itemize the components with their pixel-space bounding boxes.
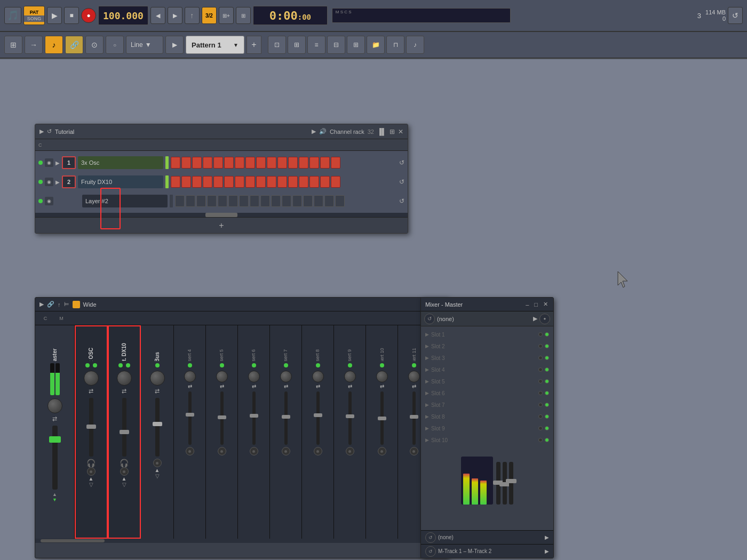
track2-circle-btn[interactable] xyxy=(120,467,129,476)
tempo-arrow-right[interactable]: ▶ xyxy=(168,7,182,24)
piano-icon[interactable]: ♪ xyxy=(406,36,424,54)
bus-down-btn[interactable]: ▽ xyxy=(155,473,160,479)
cr-pad[interactable] xyxy=(309,157,319,169)
cr-pad[interactable] xyxy=(181,176,191,188)
mixer-icon-btn[interactable]: ⊟ xyxy=(327,36,345,54)
cr-num-2[interactable]: 2 xyxy=(62,175,76,188)
insert5-knob[interactable] xyxy=(216,371,228,382)
bus-pan-arrows[interactable]: ⇄ xyxy=(155,388,160,395)
cr-pad[interactable] xyxy=(224,176,234,188)
master-arrow-down[interactable]: ▼ xyxy=(52,497,57,502)
insert4-circle-btn[interactable] xyxy=(186,447,194,455)
record-button[interactable]: ● xyxy=(81,8,96,23)
track1-up-btn[interactable]: ▲ xyxy=(89,476,94,482)
cr-pad[interactable] xyxy=(260,195,270,207)
cr-grid-icon[interactable]: ⊞ xyxy=(390,128,395,135)
insert9-circle-btn[interactable] xyxy=(346,447,354,455)
track2-up-btn[interactable]: ▲ xyxy=(122,476,127,482)
mm-bottom-track-arrow[interactable]: ▶ xyxy=(545,548,549,554)
cr-pad[interactable] xyxy=(245,176,255,188)
cr-pad[interactable] xyxy=(218,195,227,207)
stop-button[interactable]: ■ xyxy=(64,7,79,24)
cr-pad[interactable] xyxy=(331,157,340,169)
cr-pad[interactable] xyxy=(292,195,302,207)
bus-circle-btn[interactable] xyxy=(153,459,162,467)
cr-mute-3[interactable]: ◉ xyxy=(45,197,53,205)
mm-preset-arrow[interactable]: ▶ xyxy=(533,315,537,322)
mm-fader-2[interactable] xyxy=(503,462,507,505)
mm-bottom-track-circle[interactable]: ↺ xyxy=(425,546,436,557)
cr-pad[interactable] xyxy=(213,157,223,169)
mixer-menu-arrow[interactable]: ▶ xyxy=(39,301,44,308)
cr-pad[interactable] xyxy=(235,176,244,188)
bus-fader-thumb[interactable] xyxy=(153,422,162,426)
cr-pad[interactable] xyxy=(288,157,298,169)
track2-pan-arrows[interactable]: ⇄ xyxy=(122,388,126,395)
bpm-display[interactable]: 100.000 xyxy=(98,6,148,25)
folder-icon[interactable]: 📁 xyxy=(367,36,385,54)
play-button[interactable]: ▶ xyxy=(47,7,62,24)
cr-reset-2[interactable]: ↺ xyxy=(399,178,404,186)
mixer-arrow-up[interactable]: ↑ xyxy=(58,301,61,308)
line-select[interactable]: Line ▼ xyxy=(126,36,163,54)
mm-minimize-btn[interactable]: – xyxy=(526,301,529,308)
step-size-btn[interactable]: 3/2 xyxy=(202,7,217,24)
cr-pad[interactable] xyxy=(324,195,334,207)
insert-track-8[interactable]: Insert 8 ⇄ xyxy=(302,325,334,539)
cr-pad[interactable] xyxy=(239,195,249,207)
track1-headphone[interactable]: 🎧 xyxy=(86,459,96,467)
cr-expand-arrow[interactable]: ▶ xyxy=(312,128,316,135)
export-icon[interactable]: ⊡ xyxy=(268,36,286,54)
cr-pad[interactable] xyxy=(309,176,319,188)
track1-knob[interactable] xyxy=(84,371,99,386)
vinyl-icon[interactable]: 🎵 xyxy=(4,7,21,24)
cr-pad[interactable] xyxy=(277,176,287,188)
cr-mute-1[interactable]: ◉ xyxy=(45,158,53,167)
pat-song-toggle[interactable]: PAT SONG xyxy=(23,6,45,25)
insert-track-5[interactable]: Insert 5 ⇄ xyxy=(206,325,238,539)
insert6-circle-btn[interactable] xyxy=(250,447,258,455)
mixer-color-box[interactable] xyxy=(73,301,80,308)
cr-pad[interactable] xyxy=(303,195,313,207)
pat-label[interactable]: PAT xyxy=(24,9,44,15)
cr-pad[interactable] xyxy=(181,157,191,169)
mixer-scrollbar[interactable] xyxy=(35,539,448,543)
mixer-link-icon[interactable]: 🔗 xyxy=(47,301,54,308)
plug-icon[interactable]: ⊓ xyxy=(386,36,404,54)
stamp-btn[interactable]: ⊙ xyxy=(85,36,104,54)
cr-close-btn[interactable]: ✕ xyxy=(398,128,403,135)
cr-pad[interactable] xyxy=(196,195,206,207)
insert4-knob[interactable] xyxy=(184,371,196,382)
insert5-circle-btn[interactable] xyxy=(218,447,226,455)
cr-pad[interactable] xyxy=(256,176,266,188)
cr-pad[interactable] xyxy=(271,195,281,207)
arrow-btn[interactable]: → xyxy=(25,36,43,54)
master-pan-arrows[interactable]: ⇄ xyxy=(52,415,57,422)
insert10-knob[interactable] xyxy=(376,371,388,382)
track1-fader-thumb[interactable] xyxy=(86,425,96,429)
step-size-2[interactable]: ⊞+ xyxy=(219,7,234,24)
cr-menu-arrow[interactable]: ▶ xyxy=(39,128,44,135)
mm-maximize-btn[interactable]: □ xyxy=(534,301,538,308)
insert-track-6[interactable]: Insert 6 ⇄ xyxy=(238,325,270,539)
cr-pad[interactable] xyxy=(331,176,340,188)
track2-down-btn[interactable]: ▽ xyxy=(122,482,126,487)
track2-fader-track[interactable] xyxy=(122,398,126,457)
bus-up-btn[interactable]: ▲ xyxy=(155,467,160,473)
insert9-knob[interactable] xyxy=(344,371,356,382)
mm-fader-3[interactable] xyxy=(509,462,513,505)
bus-knob[interactable] xyxy=(150,371,165,386)
cr-pad[interactable] xyxy=(277,157,287,169)
cr-pad[interactable] xyxy=(250,195,259,207)
tempo-arrow-left[interactable]: ◀ xyxy=(150,7,165,24)
master-arrow-up[interactable]: ▲ xyxy=(52,492,57,497)
track2-headphone[interactable]: 🎧 xyxy=(120,459,129,467)
cr-pad[interactable] xyxy=(175,195,185,207)
pattern-display[interactable]: Pattern 1 ▼ xyxy=(186,36,244,54)
insert-track-7[interactable]: Insert 7 ⇄ xyxy=(270,325,302,539)
cr-pad[interactable] xyxy=(171,176,180,188)
insert8-knob[interactable] xyxy=(312,371,324,382)
cr-active-dot-1[interactable] xyxy=(38,161,43,165)
grid-view-btn[interactable]: ⊞ xyxy=(4,36,22,54)
cr-pad[interactable] xyxy=(171,157,180,169)
